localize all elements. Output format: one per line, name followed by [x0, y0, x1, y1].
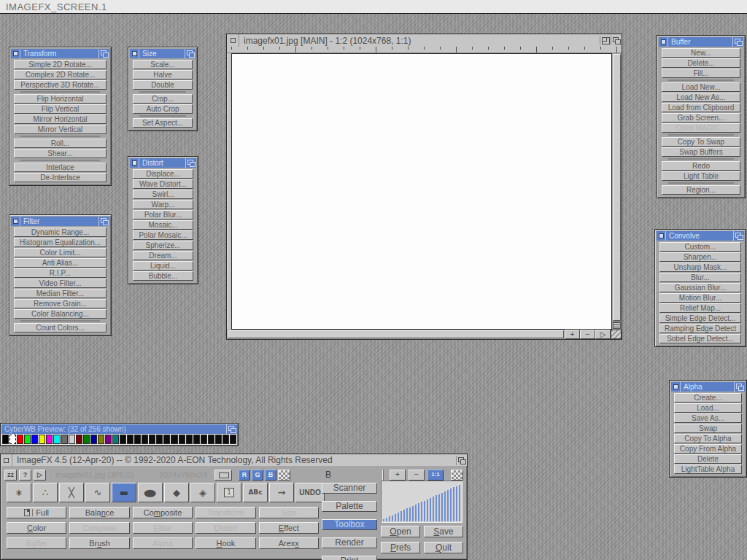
color-swatch[interactable]	[61, 435, 68, 444]
horizontal-scroll-thumb[interactable]	[228, 330, 564, 338]
sobel-edge-detect-button[interactable]: Sobel Edge Detect...	[659, 334, 741, 343]
color-swatch[interactable]	[179, 435, 185, 444]
delete-button[interactable]: Delete	[674, 454, 742, 464]
palette-titlebar[interactable]: CyberWB Preview: (32 of 256 shown)	[1, 424, 237, 434]
redo-button[interactable]: Redo	[662, 161, 740, 171]
color-swatch[interactable]	[127, 435, 133, 444]
color-swatch[interactable]	[98, 435, 104, 444]
color-swatch[interactable]	[186, 435, 193, 444]
effect-button[interactable]: Effect	[259, 522, 319, 534]
depth-icon[interactable]	[185, 49, 196, 58]
load-button[interactable]: Load...	[674, 403, 742, 413]
ellipse-tool[interactable]: ●	[138, 483, 163, 502]
dither-swatch[interactable]	[278, 470, 290, 481]
image-canvas[interactable]	[231, 53, 612, 330]
titlebar[interactable]: Size	[130, 49, 196, 58]
blur-button[interactable]: Blur...	[659, 273, 741, 282]
copy-from-alpha-button[interactable]: Copy From Alpha	[674, 444, 742, 454]
color-swatch[interactable]	[163, 435, 170, 444]
halve-button[interactable]: Halve	[133, 70, 193, 79]
light-table-button[interactable]: Light Table	[662, 171, 740, 181]
color-swatch[interactable]	[142, 435, 148, 444]
depth-icon[interactable]	[185, 158, 196, 168]
polar-blur-button[interactable]: Polar Blur...	[133, 210, 193, 219]
roll-button[interactable]: Roll...	[14, 139, 107, 148]
text-tool[interactable]: ABc	[243, 483, 268, 502]
clip-tool[interactable]: 1	[217, 483, 241, 502]
anti-alias-button[interactable]: Anti Alias...	[14, 258, 107, 268]
copy-to-swap-button[interactable]: Copy To Swap	[662, 137, 740, 147]
color-swatch[interactable]	[90, 435, 97, 444]
open-button[interactable]: Open	[381, 526, 420, 537]
color-swatch[interactable]	[134, 435, 141, 444]
titlebar[interactable]: Convolve	[657, 231, 744, 241]
color-swatch[interactable]	[31, 435, 38, 444]
color-swatch[interactable]	[39, 435, 45, 444]
scale-button[interactable]: Scale...	[133, 60, 193, 69]
smear-tool[interactable]: ◈	[190, 483, 215, 502]
close-icon[interactable]	[11, 49, 20, 58]
mirror-horizontal-button[interactable]: Mirror Horizontal	[14, 114, 107, 124]
curve-tool[interactable]: ∿	[85, 483, 110, 502]
region-button[interactable]: Region...	[662, 185, 740, 195]
balance-button[interactable]: Balance	[69, 507, 129, 518]
depth-icon[interactable]	[611, 36, 622, 45]
magnify-out-button[interactable]: −	[409, 470, 425, 481]
liquid-button[interactable]: Liquid...	[133, 261, 193, 271]
titlebar[interactable]: Alpha	[671, 382, 745, 392]
custom-button[interactable]: Custom...	[659, 242, 741, 252]
color-button[interactable]: Color	[7, 522, 66, 534]
resize-handle[interactable]	[611, 330, 622, 339]
titlebar[interactable]: Transform	[11, 49, 109, 58]
shear-button[interactable]: Shear...	[14, 149, 107, 158]
color-swatch[interactable]	[53, 435, 60, 444]
depth-icon[interactable]	[733, 231, 744, 241]
prefs-button[interactable]: Prefs	[381, 542, 420, 553]
load-new-button[interactable]: Load New...	[662, 82, 740, 92]
depth-icon[interactable]	[456, 456, 467, 465]
hook-button[interactable]: Hook	[196, 537, 255, 549]
depth-icon[interactable]	[98, 217, 109, 226]
swap-button[interactable]: Swap	[674, 424, 742, 433]
print-button[interactable]: Print	[322, 556, 377, 560]
color-swatch[interactable]	[215, 435, 222, 444]
close-icon[interactable]	[671, 382, 681, 392]
histogram-equalization-button[interactable]: Histogram Equalization...	[14, 238, 107, 247]
color-swatch[interactable]	[46, 435, 53, 444]
close-icon[interactable]	[130, 49, 139, 58]
remove-grain-button[interactable]: Remove Grain...	[14, 299, 107, 308]
vertical-scrollbar[interactable]	[612, 53, 622, 330]
delete-button[interactable]: Delete...	[662, 58, 740, 68]
close-icon[interactable]	[11, 217, 20, 226]
titlebar[interactable]: Filter	[11, 217, 109, 226]
mosaic-button[interactable]: Mosaic...	[133, 220, 193, 230]
median-filter-button[interactable]: Median Filter...	[14, 289, 107, 298]
close-icon[interactable]	[227, 34, 239, 47]
point-tool[interactable]: ∗	[7, 483, 31, 502]
quit-button[interactable]: Quit	[424, 542, 463, 553]
perspective-3d-rotate-button[interactable]: Perspective 3D Rotate...	[14, 80, 107, 90]
help-button[interactable]: ?	[19, 470, 31, 481]
arexx-button[interactable]: Arexx	[259, 537, 319, 549]
sharpen-button[interactable]: Sharpen...	[659, 252, 741, 262]
depth-icon[interactable]	[98, 49, 109, 58]
set-aspect-button[interactable]: Set Aspect...	[133, 118, 193, 128]
image-window-titlebar[interactable]: imagefx01.jpg [MAIN] - 1:2 (1024x768, 1:…	[227, 34, 622, 47]
knife-tool[interactable]: ⇝	[269, 483, 294, 502]
play-button[interactable]: ▷	[34, 470, 46, 481]
fill-button[interactable]: Fill...	[662, 69, 740, 78]
video-filter-button[interactable]: Video Filter...	[14, 279, 107, 288]
depth-icon[interactable]	[734, 382, 745, 392]
blue-channel-button[interactable]: B	[265, 470, 276, 481]
scroll-gadget-icon[interactable]	[613, 322, 621, 329]
flip-vertical-button[interactable]: Flip Vertical	[14, 104, 107, 114]
auto-crop-button[interactable]: Auto Crop	[133, 104, 193, 114]
new-button[interactable]: New...	[662, 48, 740, 58]
vertical-scroll-thumb[interactable]	[613, 54, 621, 321]
magnify-in-button[interactable]: +	[390, 470, 406, 481]
one-to-one-button[interactable]: 1:1	[427, 470, 444, 481]
color-swatch[interactable]	[193, 435, 200, 444]
color-swatch[interactable]	[171, 435, 177, 444]
palette-button[interactable]: Palette	[322, 501, 377, 512]
save-as-button[interactable]: Save As...	[674, 413, 742, 423]
